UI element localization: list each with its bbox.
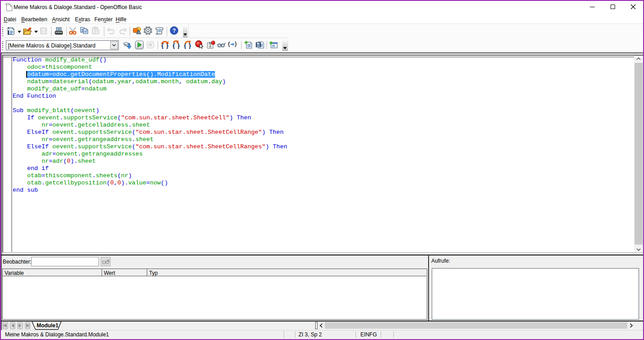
svg-text:{: { [173,42,175,49]
svg-text:?: ? [173,28,176,34]
